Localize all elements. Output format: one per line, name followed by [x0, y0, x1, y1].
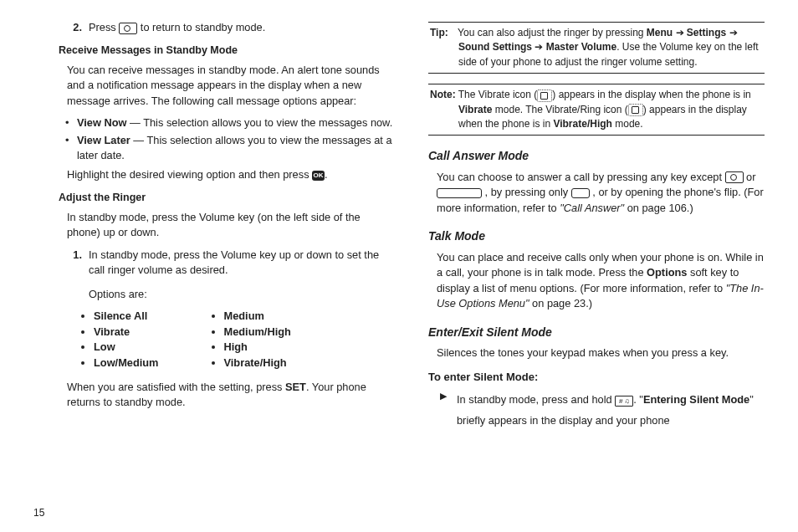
text: , by pressing only — [485, 186, 571, 198]
triangle-bullet-icon: ▶ — [440, 390, 457, 431]
text: on page 106.) — [627, 202, 693, 214]
list-item: Silence All — [94, 309, 159, 325]
long-key-icon — [437, 188, 482, 198]
ok-key-icon: OK — [312, 171, 325, 181]
text: mode. The Vibrate/Ring icon ( — [492, 104, 627, 115]
label: Menu — [647, 27, 673, 38]
vibrate-ring-icon — [628, 104, 643, 116]
tip-box: Tip: You can also adjust the ringer by p… — [428, 22, 765, 74]
options-right: Medium Medium/High High Vibrate/High — [209, 309, 291, 371]
camera-key-icon — [119, 23, 137, 34]
camera-key-icon — [725, 171, 744, 183]
step-body: In standby mode, press the Volume key up… — [89, 248, 395, 303]
bullet-body: View Now — This selection allows you to … — [77, 115, 395, 131]
list-item: Medium — [224, 309, 291, 325]
text: You can also adjust the ringer by pressi… — [455, 27, 647, 38]
heading-receive-messages: Receive Messages in Standby Mode — [59, 43, 395, 58]
paragraph: You can receive messages in standby mode… — [67, 63, 395, 110]
left-column: 2. Press to return to standby mode. Rece… — [33, 17, 395, 515]
list-item: Medium/High — [224, 325, 291, 340]
step-number: 2. — [59, 20, 89, 36]
text: Press — [89, 21, 116, 33]
text: or — [746, 171, 755, 183]
paragraph: You can choose to answer a call by press… — [437, 170, 765, 217]
text: ) appears in the display when the phone … — [552, 89, 751, 100]
label: Options — [647, 266, 687, 279]
label: SET — [285, 381, 306, 393]
list-item: Low/Medium — [94, 356, 159, 371]
paragraph: Silences the tones your keypad makes whe… — [437, 345, 765, 361]
ringer-options-list: Silence All Vibrate Low Low/Medium Mediu… — [79, 309, 395, 371]
label: Settings — [687, 27, 726, 38]
step-1: 1. In standby mode, press the Volume key… — [59, 248, 395, 303]
text: on page 23.) — [529, 297, 592, 309]
manual-page: 2. Press to return to standby mode. Rece… — [0, 0, 798, 532]
label: Vibrate — [458, 104, 492, 115]
text: to return to standby mode. — [141, 21, 265, 33]
bullet-body: View Later — This selection allows you t… — [77, 133, 395, 164]
arrow-icon: ➔ — [532, 41, 546, 53]
label: View Later — [77, 134, 130, 146]
heading-talk-mode: Talk Mode — [428, 228, 765, 244]
note-line: Note: The Vibrate icon () appears in the… — [430, 88, 763, 131]
step-number: 1. — [59, 248, 89, 303]
label: Master Volume — [546, 41, 616, 53]
step-2: 2. Press to return to standby mode. — [59, 20, 395, 36]
step-body: Press to return to standby mode. — [89, 20, 395, 36]
text: The Vibrate icon ( — [456, 89, 538, 100]
text: When you are satisfied with the setting,… — [67, 381, 285, 393]
arrow-icon: ➔ — [673, 27, 687, 38]
text: Options are: — [89, 287, 395, 303]
label: View Now — [77, 116, 127, 129]
list-item: Vibrate/High — [224, 356, 291, 371]
text: In standby mode, press and hold — [457, 393, 615, 406]
paragraph: In standby mode, press the Volume key (o… — [67, 210, 395, 241]
note-lead: Note: — [430, 88, 456, 102]
text: Highlight the desired viewing option and… — [67, 168, 312, 181]
list-item: Low — [94, 340, 159, 356]
text: You can choose to answer a call by press… — [437, 171, 725, 183]
label: Vibrate/High — [553, 118, 611, 130]
text: . " — [633, 393, 643, 406]
page-number: 15 — [33, 506, 44, 520]
label: Sound Settings — [458, 41, 532, 53]
list-item: Vibrate — [94, 325, 159, 340]
bullet-view-now: • View Now — This selection allows you t… — [65, 115, 395, 131]
label: Entering Silent Mode — [643, 393, 749, 406]
bullet-marker: • — [65, 115, 77, 131]
heading-to-enter-silent: To enter Silent Mode: — [428, 370, 765, 386]
text: — This selection allows you to view the … — [127, 116, 393, 129]
text: In standby mode, press the Volume key up… — [89, 248, 395, 279]
tip-line: Tip: You can also adjust the ringer by p… — [430, 26, 763, 69]
list-item: High — [224, 340, 291, 356]
note-box: Note: The Vibrate icon () appears in the… — [428, 84, 765, 136]
hash-key-icon: # ♫ — [615, 396, 633, 407]
send-key-icon — [571, 188, 590, 198]
bullet-view-later: • View Later — This selection allows you… — [65, 133, 395, 164]
heading-adjust-ringer: Adjust the Ringer — [59, 190, 395, 205]
arrow-step: ▶ In standby mode, press and hold # ♫. "… — [440, 390, 765, 431]
vibrate-icon — [537, 90, 552, 102]
arrow-icon: ➔ — [726, 27, 737, 38]
tip-lead: Tip: — [430, 26, 455, 40]
paragraph: When you are satisfied with the setting,… — [67, 380, 395, 411]
text: . — [325, 168, 328, 181]
cross-ref: "Call Answer" — [560, 202, 624, 214]
options-left: Silence All Vibrate Low Low/Medium — [79, 309, 159, 371]
heading-call-answer: Call Answer Mode — [428, 147, 765, 164]
right-column: Tip: You can also adjust the ringer by p… — [428, 17, 765, 515]
paragraph: You can place and receive calls only whe… — [437, 250, 765, 312]
bullet-marker: • — [65, 133, 77, 164]
paragraph: Highlight the desired viewing option and… — [67, 167, 395, 183]
heading-silent-mode: Enter/Exit Silent Mode — [428, 324, 765, 340]
step-body: In standby mode, press and hold # ♫. "En… — [457, 390, 765, 431]
text: mode. — [612, 118, 643, 130]
